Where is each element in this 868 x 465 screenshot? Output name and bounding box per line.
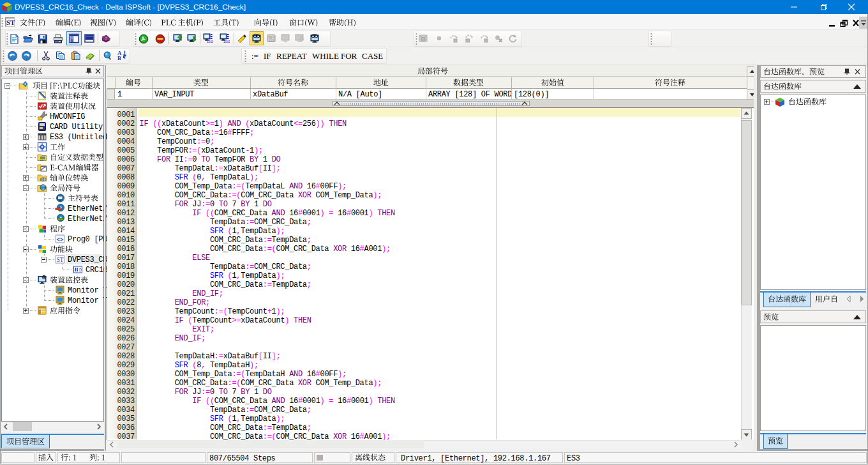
svg-text:B: B	[117, 55, 121, 60]
svg-text:?: ?	[105, 36, 107, 40]
svg-text:ST: ST	[56, 257, 63, 263]
svg-text:10101: 10101	[207, 40, 213, 43]
svg-text:<>: <>	[57, 237, 64, 243]
svg-text:D: D	[79, 268, 82, 273]
svg-text:10101: 10101	[223, 40, 230, 43]
